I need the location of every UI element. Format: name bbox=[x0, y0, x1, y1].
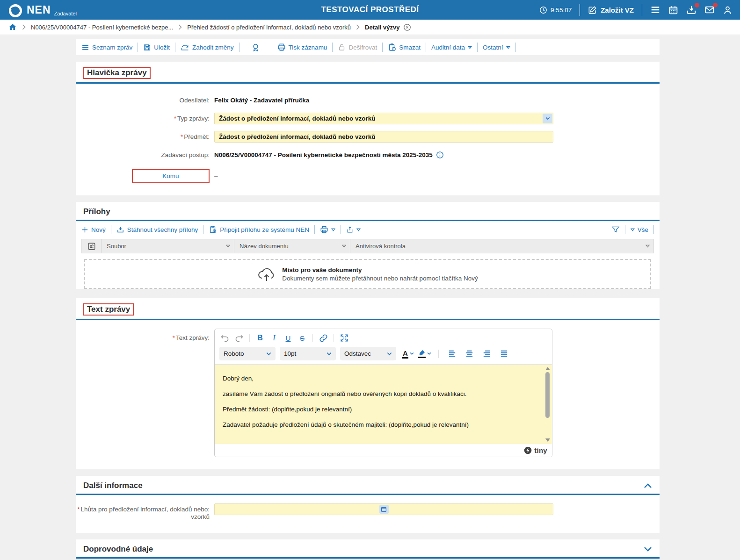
column-settings-cell[interactable] bbox=[82, 239, 102, 253]
column-doc-name-label: Název dokumentu bbox=[239, 243, 289, 250]
user-profile-button[interactable] bbox=[723, 5, 733, 15]
filter-button[interactable] bbox=[611, 225, 620, 234]
deadline-date-input[interactable] bbox=[214, 503, 553, 515]
dropdown-caret-icon bbox=[356, 228, 361, 231]
breadcrumb-item-procedure[interactable]: N006/25/V00004747 - Posílení kybernetick… bbox=[31, 24, 173, 31]
column-filter-icon[interactable] bbox=[342, 244, 346, 248]
editor-content-area[interactable]: Dobrý den, zasíláme Vám žádost o předlož… bbox=[215, 365, 552, 444]
column-header-doc-name[interactable]: Název dokumentu bbox=[234, 239, 350, 253]
certificate-button[interactable] bbox=[251, 43, 260, 52]
expand-section-icon[interactable] bbox=[644, 546, 652, 552]
fullscreen-icon[interactable] bbox=[338, 332, 351, 344]
undo-icon[interactable] bbox=[218, 332, 232, 344]
messages-button[interactable] bbox=[704, 5, 715, 15]
divider bbox=[642, 4, 642, 16]
export-attachments-button[interactable] bbox=[346, 226, 361, 234]
toolbar-divider bbox=[515, 43, 516, 52]
main-menu-button[interactable] bbox=[650, 5, 660, 15]
align-center-button[interactable] bbox=[463, 348, 476, 360]
award-icon bbox=[251, 43, 260, 52]
nen-logo[interactable]: NEN Zadavatel bbox=[8, 1, 77, 18]
procedure-row: Zadávací postup: N006/25/V00004747 - Pos… bbox=[76, 146, 660, 164]
toolbar-divider bbox=[426, 43, 426, 52]
deadline-row: Lhůta pro předložení informací, dokladů … bbox=[76, 503, 660, 522]
delete-button[interactable]: Smazat bbox=[388, 43, 421, 51]
column-settings-icon bbox=[87, 242, 96, 251]
new-attachment-button[interactable]: Nový bbox=[81, 226, 106, 233]
attach-document-icon bbox=[209, 225, 217, 234]
tiny-brand-label: tiny bbox=[534, 446, 547, 454]
editor-scrollbar[interactable] bbox=[544, 366, 551, 443]
create-vz-button[interactable]: Založit VZ bbox=[588, 6, 634, 14]
dropdown-caret-icon bbox=[506, 46, 510, 49]
bold-button[interactable]: B bbox=[254, 332, 267, 344]
message-type-select[interactable]: Žádost o předložení informací, dokladů n… bbox=[214, 113, 553, 124]
column-filter-icon[interactable] bbox=[646, 244, 650, 248]
info-icon[interactable] bbox=[436, 151, 444, 159]
toolbar-divider bbox=[203, 225, 203, 234]
date-picker-icon[interactable] bbox=[379, 505, 389, 514]
download-all-label: Stáhnout všechny přílohy bbox=[127, 226, 198, 233]
cloud-upload-icon bbox=[257, 266, 276, 282]
accompanying-data-section: Doprovodné údaje bbox=[76, 539, 660, 559]
save-button[interactable]: Uložit bbox=[143, 43, 170, 51]
toolbar-divider bbox=[175, 43, 175, 52]
column-header-antivirus[interactable]: Antivirová kontrola bbox=[350, 239, 653, 253]
strikethrough-button[interactable]: S bbox=[296, 332, 309, 344]
link-icon[interactable] bbox=[317, 332, 330, 344]
message-text-section: Text zprávy Text zprávy: bbox=[76, 298, 660, 469]
attachments-section: Přílohy Nový Stáhnout všechny přílohy bbox=[76, 202, 660, 289]
subject-input[interactable]: Žádost o předložení informací, dokladů n… bbox=[214, 131, 553, 143]
text-color-button[interactable]: A bbox=[402, 349, 414, 359]
view-all-filter-button[interactable]: Vše bbox=[631, 226, 648, 233]
new-attachment-label: Nový bbox=[91, 226, 106, 233]
top-bar: NEN Zadavatel TESTOVACÍ PROSTŘEDÍ 9:55:0… bbox=[0, 0, 740, 20]
redo-icon[interactable] bbox=[232, 332, 246, 344]
download-all-button[interactable]: Stáhnout všechny přílohy bbox=[116, 226, 198, 234]
editor-paragraph: Zadavatel požaduje předložení údajů o sk… bbox=[223, 421, 538, 428]
block-format-select[interactable]: Odstavec bbox=[340, 347, 396, 360]
attachments-table-header: Soubor Název dokumentu Antivirová kontro… bbox=[81, 239, 654, 253]
recipient-button[interactable]: Komu bbox=[132, 169, 210, 183]
chevron-down-icon[interactable] bbox=[543, 114, 552, 123]
breadcrumb-item-requests-list[interactable]: Přehled žádostí o předložení informací, … bbox=[187, 24, 351, 31]
decrypt-button[interactable]: Dešifrovat bbox=[338, 43, 377, 51]
delete-record-icon bbox=[388, 43, 396, 51]
calendar-button[interactable] bbox=[668, 5, 678, 15]
column-filter-icon[interactable] bbox=[226, 244, 230, 248]
attachments-toolbar: Nový Stáhnout všechny přílohy bbox=[76, 221, 660, 238]
font-size-value: 10pt bbox=[284, 350, 296, 357]
editor-paragraph: Dobrý den, bbox=[223, 375, 538, 382]
sender-value: Felix Okátý - Zadavatel příručka bbox=[214, 97, 309, 104]
scroll-down-arrow[interactable] bbox=[545, 438, 550, 442]
scroll-up-arrow[interactable] bbox=[545, 367, 550, 370]
underline-button[interactable]: U bbox=[282, 332, 295, 344]
other-actions-button[interactable]: Ostatní bbox=[483, 44, 510, 51]
italic-button[interactable]: I bbox=[268, 332, 281, 344]
message-list-button[interactable]: Seznam zpráv bbox=[81, 43, 132, 51]
audit-data-button[interactable]: Auditní data bbox=[431, 44, 472, 51]
print-attachments-button[interactable] bbox=[320, 225, 335, 234]
procedure-label: Zadávací postup: bbox=[76, 151, 214, 159]
print-record-button[interactable]: Tisk záznamu bbox=[277, 43, 327, 51]
attach-from-nen-button[interactable]: Připojit přílohu ze systému NEN bbox=[209, 225, 309, 234]
align-justify-button[interactable] bbox=[498, 348, 511, 360]
font-family-select[interactable]: Roboto bbox=[219, 347, 276, 360]
inbox-button[interactable] bbox=[686, 5, 696, 15]
close-tab-icon[interactable] bbox=[403, 23, 411, 31]
column-header-file[interactable]: Soubor bbox=[102, 239, 234, 253]
font-size-select[interactable]: 10pt bbox=[280, 347, 336, 360]
toolbar-divider bbox=[314, 225, 315, 234]
toolbar-divider bbox=[111, 225, 111, 234]
dropzone-hint: Dokumenty sem můžete přetáhnout nebo nah… bbox=[282, 275, 478, 282]
scrollbar-thumb[interactable] bbox=[545, 372, 550, 418]
align-left-button[interactable] bbox=[446, 348, 459, 360]
document-dropzone[interactable]: Místo pro vaše dokumenty Dokumenty sem m… bbox=[84, 259, 651, 289]
section-title-message-text: Text zprávy bbox=[83, 303, 134, 316]
collapse-section-icon[interactable] bbox=[644, 483, 652, 488]
home-icon[interactable] bbox=[8, 23, 17, 31]
align-right-button[interactable] bbox=[480, 348, 493, 360]
richtext-editor: B I U S bbox=[214, 329, 552, 457]
highlight-color-button[interactable] bbox=[418, 350, 431, 358]
discard-changes-button[interactable]: Zahodit změny bbox=[181, 43, 234, 51]
